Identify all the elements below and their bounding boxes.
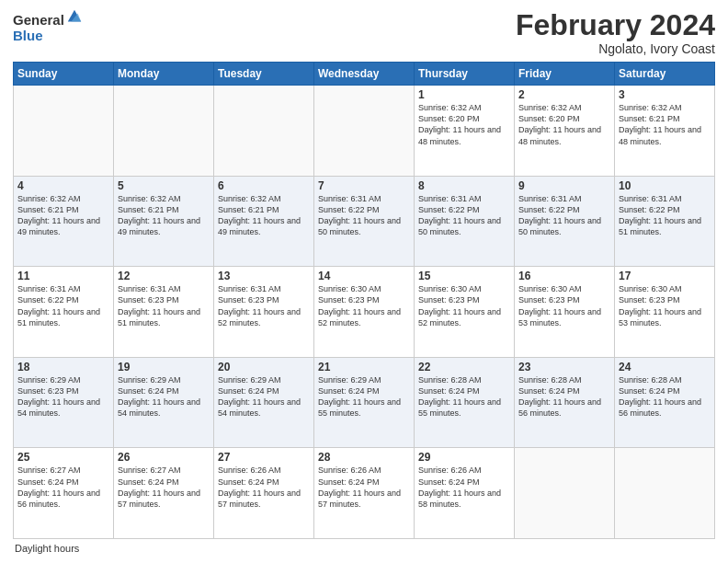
day-number: 21 xyxy=(318,361,410,373)
table-cell: 28Sunrise: 6:26 AM Sunset: 6:24 PM Dayli… xyxy=(314,448,415,539)
calendar-row: 25Sunrise: 6:27 AM Sunset: 6:24 PM Dayli… xyxy=(14,448,715,539)
day-number: 12 xyxy=(118,270,210,282)
table-cell xyxy=(314,86,415,177)
day-info: Sunrise: 6:32 AM Sunset: 6:21 PM Dayligh… xyxy=(17,193,109,238)
day-info: Sunrise: 6:29 AM Sunset: 6:24 PM Dayligh… xyxy=(318,374,410,419)
day-number: 6 xyxy=(218,179,310,192)
table-cell: 11Sunrise: 6:31 AM Sunset: 6:22 PM Dayli… xyxy=(14,267,114,358)
day-info: Sunrise: 6:31 AM Sunset: 6:22 PM Dayligh… xyxy=(418,193,510,238)
table-cell: 15Sunrise: 6:30 AM Sunset: 6:23 PM Dayli… xyxy=(415,267,515,358)
day-number: 19 xyxy=(118,361,210,373)
day-info: Sunrise: 6:31 AM Sunset: 6:22 PM Dayligh… xyxy=(518,193,610,238)
table-cell xyxy=(14,86,114,177)
title-block: February 2024 Ngolato, Ivory Coast xyxy=(516,9,715,56)
day-info: Sunrise: 6:29 AM Sunset: 6:24 PM Dayligh… xyxy=(118,374,210,419)
day-info: Sunrise: 6:26 AM Sunset: 6:24 PM Dayligh… xyxy=(318,465,410,510)
day-info: Sunrise: 6:32 AM Sunset: 6:21 PM Dayligh… xyxy=(118,193,210,238)
table-cell: 19Sunrise: 6:29 AM Sunset: 6:24 PM Dayli… xyxy=(114,357,214,448)
day-number: 23 xyxy=(518,361,610,373)
day-info: Sunrise: 6:28 AM Sunset: 6:24 PM Dayligh… xyxy=(418,374,510,419)
day-number: 24 xyxy=(619,361,711,373)
day-number: 27 xyxy=(218,451,310,464)
day-info: Sunrise: 6:32 AM Sunset: 6:21 PM Dayligh… xyxy=(218,193,310,238)
day-number: 25 xyxy=(17,451,109,464)
day-info: Sunrise: 6:30 AM Sunset: 6:23 PM Dayligh… xyxy=(619,283,711,328)
day-info: Sunrise: 6:31 AM Sunset: 6:23 PM Dayligh… xyxy=(118,283,210,328)
day-number: 17 xyxy=(619,270,711,282)
table-cell: 1Sunrise: 6:32 AM Sunset: 6:20 PM Daylig… xyxy=(415,86,515,177)
day-number: 8 xyxy=(418,179,510,192)
day-info: Sunrise: 6:29 AM Sunset: 6:23 PM Dayligh… xyxy=(17,374,109,419)
table-cell: 23Sunrise: 6:28 AM Sunset: 6:24 PM Dayli… xyxy=(515,357,615,448)
table-cell xyxy=(114,86,214,177)
table-cell: 8Sunrise: 6:31 AM Sunset: 6:22 PM Daylig… xyxy=(415,176,515,267)
calendar-row: 11Sunrise: 6:31 AM Sunset: 6:22 PM Dayli… xyxy=(14,267,715,358)
day-number: 20 xyxy=(218,361,310,373)
day-info: Sunrise: 6:28 AM Sunset: 6:24 PM Dayligh… xyxy=(518,374,610,419)
table-cell: 16Sunrise: 6:30 AM Sunset: 6:23 PM Dayli… xyxy=(515,267,615,358)
day-info: Sunrise: 6:32 AM Sunset: 6:20 PM Dayligh… xyxy=(418,102,510,147)
day-info: Sunrise: 6:26 AM Sunset: 6:24 PM Dayligh… xyxy=(418,465,510,510)
calendar-table: Sunday Monday Tuesday Wednesday Thursday… xyxy=(13,62,715,539)
day-number: 14 xyxy=(318,270,410,282)
logo: General Blue xyxy=(13,13,83,43)
day-number: 7 xyxy=(318,179,410,192)
page-subtitle: Ngolato, Ivory Coast xyxy=(516,41,715,56)
day-number: 4 xyxy=(17,179,109,192)
table-cell: 20Sunrise: 6:29 AM Sunset: 6:24 PM Dayli… xyxy=(214,357,314,448)
day-info: Sunrise: 6:30 AM Sunset: 6:23 PM Dayligh… xyxy=(418,283,510,328)
day-number: 1 xyxy=(418,88,510,101)
header-sunday: Sunday xyxy=(14,63,114,86)
table-cell: 29Sunrise: 6:26 AM Sunset: 6:24 PM Dayli… xyxy=(415,448,515,539)
page-title: February 2024 xyxy=(516,9,715,41)
logo-blue: Blue xyxy=(13,29,83,44)
table-cell: 26Sunrise: 6:27 AM Sunset: 6:24 PM Dayli… xyxy=(114,448,214,539)
header-friday: Friday xyxy=(515,63,615,86)
header-monday: Monday xyxy=(114,63,214,86)
table-cell: 10Sunrise: 6:31 AM Sunset: 6:22 PM Dayli… xyxy=(615,176,715,267)
day-info: Sunrise: 6:29 AM Sunset: 6:24 PM Dayligh… xyxy=(218,374,310,419)
day-number: 29 xyxy=(418,451,510,464)
table-cell: 14Sunrise: 6:30 AM Sunset: 6:23 PM Dayli… xyxy=(314,267,415,358)
table-cell: 3Sunrise: 6:32 AM Sunset: 6:21 PM Daylig… xyxy=(615,86,715,177)
day-number: 22 xyxy=(418,361,510,373)
calendar-header-row: Sunday Monday Tuesday Wednesday Thursday… xyxy=(14,63,715,86)
day-info: Sunrise: 6:30 AM Sunset: 6:23 PM Dayligh… xyxy=(318,283,410,328)
table-cell: 12Sunrise: 6:31 AM Sunset: 6:23 PM Dayli… xyxy=(114,267,214,358)
day-info: Sunrise: 6:31 AM Sunset: 6:23 PM Dayligh… xyxy=(218,283,310,328)
day-number: 3 xyxy=(619,88,711,101)
table-cell: 18Sunrise: 6:29 AM Sunset: 6:23 PM Dayli… xyxy=(14,357,114,448)
table-cell: 9Sunrise: 6:31 AM Sunset: 6:22 PM Daylig… xyxy=(515,176,615,267)
day-number: 28 xyxy=(318,451,410,464)
calendar-row: 4Sunrise: 6:32 AM Sunset: 6:21 PM Daylig… xyxy=(14,176,715,267)
page: General Blue February 2024 Ngolato, Ivor… xyxy=(0,0,728,563)
table-cell: 24Sunrise: 6:28 AM Sunset: 6:24 PM Dayli… xyxy=(615,357,715,448)
day-info: Sunrise: 6:32 AM Sunset: 6:20 PM Dayligh… xyxy=(518,102,610,147)
table-cell: 4Sunrise: 6:32 AM Sunset: 6:21 PM Daylig… xyxy=(14,176,114,267)
day-number: 15 xyxy=(418,270,510,282)
table-cell: 17Sunrise: 6:30 AM Sunset: 6:23 PM Dayli… xyxy=(615,267,715,358)
table-cell: 5Sunrise: 6:32 AM Sunset: 6:21 PM Daylig… xyxy=(114,176,214,267)
day-info: Sunrise: 6:30 AM Sunset: 6:23 PM Dayligh… xyxy=(518,283,610,328)
table-cell: 2Sunrise: 6:32 AM Sunset: 6:20 PM Daylig… xyxy=(515,86,615,177)
day-info: Sunrise: 6:31 AM Sunset: 6:22 PM Dayligh… xyxy=(17,283,109,328)
day-info: Sunrise: 6:32 AM Sunset: 6:21 PM Dayligh… xyxy=(619,102,711,147)
day-number: 5 xyxy=(118,179,210,192)
day-info: Sunrise: 6:26 AM Sunset: 6:24 PM Dayligh… xyxy=(218,465,310,510)
day-number: 10 xyxy=(619,179,711,192)
table-cell: 22Sunrise: 6:28 AM Sunset: 6:24 PM Dayli… xyxy=(415,357,515,448)
day-number: 9 xyxy=(518,179,610,192)
day-number: 18 xyxy=(17,361,109,373)
day-info: Sunrise: 6:27 AM Sunset: 6:24 PM Dayligh… xyxy=(118,465,210,510)
day-number: 26 xyxy=(118,451,210,464)
table-cell xyxy=(214,86,314,177)
header-saturday: Saturday xyxy=(615,63,715,86)
table-cell xyxy=(615,448,715,539)
header: General Blue February 2024 Ngolato, Ivor… xyxy=(13,9,715,56)
footer-note: Daylight hours xyxy=(13,543,715,554)
header-wednesday: Wednesday xyxy=(314,63,415,86)
header-tuesday: Tuesday xyxy=(214,63,314,86)
day-number: 13 xyxy=(218,270,310,282)
table-cell: 6Sunrise: 6:32 AM Sunset: 6:21 PM Daylig… xyxy=(214,176,314,267)
day-number: 16 xyxy=(518,270,610,282)
